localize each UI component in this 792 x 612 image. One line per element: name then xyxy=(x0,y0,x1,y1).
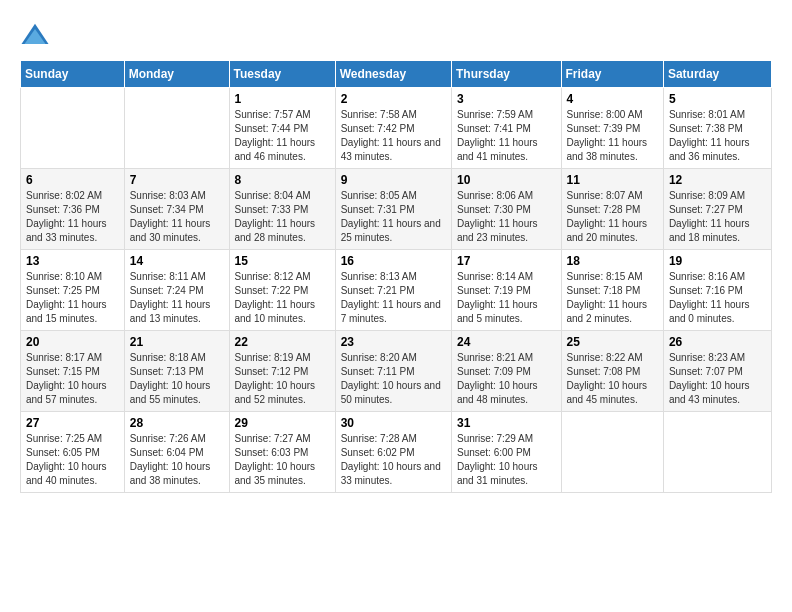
day-number: 21 xyxy=(130,335,224,349)
calendar-cell: 22 Sunrise: 8:19 AMSunset: 7:12 PMDaylig… xyxy=(229,331,335,412)
day-number: 26 xyxy=(669,335,766,349)
calendar-cell: 18 Sunrise: 8:15 AMSunset: 7:18 PMDaylig… xyxy=(561,250,663,331)
calendar-cell: 28 Sunrise: 7:26 AMSunset: 6:04 PMDaylig… xyxy=(124,412,229,493)
calendar-cell: 17 Sunrise: 8:14 AMSunset: 7:19 PMDaylig… xyxy=(451,250,561,331)
calendar-cell: 11 Sunrise: 8:07 AMSunset: 7:28 PMDaylig… xyxy=(561,169,663,250)
day-number: 29 xyxy=(235,416,330,430)
day-number: 15 xyxy=(235,254,330,268)
calendar-cell: 1 Sunrise: 7:57 AMSunset: 7:44 PMDayligh… xyxy=(229,88,335,169)
day-info: Sunrise: 7:29 AMSunset: 6:00 PMDaylight:… xyxy=(457,432,556,488)
calendar-cell: 2 Sunrise: 7:58 AMSunset: 7:42 PMDayligh… xyxy=(335,88,451,169)
calendar-cell: 25 Sunrise: 8:22 AMSunset: 7:08 PMDaylig… xyxy=(561,331,663,412)
day-number: 11 xyxy=(567,173,658,187)
day-number: 24 xyxy=(457,335,556,349)
calendar-week-row: 13 Sunrise: 8:10 AMSunset: 7:25 PMDaylig… xyxy=(21,250,772,331)
day-number: 23 xyxy=(341,335,446,349)
day-info: Sunrise: 8:05 AMSunset: 7:31 PMDaylight:… xyxy=(341,189,446,245)
day-number: 12 xyxy=(669,173,766,187)
day-number: 30 xyxy=(341,416,446,430)
day-number: 25 xyxy=(567,335,658,349)
day-info: Sunrise: 8:13 AMSunset: 7:21 PMDaylight:… xyxy=(341,270,446,326)
day-info: Sunrise: 8:19 AMSunset: 7:12 PMDaylight:… xyxy=(235,351,330,407)
day-info: Sunrise: 8:14 AMSunset: 7:19 PMDaylight:… xyxy=(457,270,556,326)
day-number: 5 xyxy=(669,92,766,106)
day-number: 8 xyxy=(235,173,330,187)
day-number: 17 xyxy=(457,254,556,268)
calendar-week-row: 1 Sunrise: 7:57 AMSunset: 7:44 PMDayligh… xyxy=(21,88,772,169)
day-number: 22 xyxy=(235,335,330,349)
calendar-cell: 31 Sunrise: 7:29 AMSunset: 6:00 PMDaylig… xyxy=(451,412,561,493)
day-info: Sunrise: 7:58 AMSunset: 7:42 PMDaylight:… xyxy=(341,108,446,164)
calendar-cell xyxy=(21,88,125,169)
day-info: Sunrise: 8:16 AMSunset: 7:16 PMDaylight:… xyxy=(669,270,766,326)
calendar-cell: 10 Sunrise: 8:06 AMSunset: 7:30 PMDaylig… xyxy=(451,169,561,250)
day-number: 9 xyxy=(341,173,446,187)
day-number: 27 xyxy=(26,416,119,430)
day-info: Sunrise: 8:04 AMSunset: 7:33 PMDaylight:… xyxy=(235,189,330,245)
weekday-header: Monday xyxy=(124,61,229,88)
page-header xyxy=(20,20,772,50)
day-number: 1 xyxy=(235,92,330,106)
day-number: 4 xyxy=(567,92,658,106)
logo-icon xyxy=(20,20,50,50)
day-number: 20 xyxy=(26,335,119,349)
day-info: Sunrise: 8:21 AMSunset: 7:09 PMDaylight:… xyxy=(457,351,556,407)
day-number: 7 xyxy=(130,173,224,187)
calendar-cell xyxy=(124,88,229,169)
day-number: 19 xyxy=(669,254,766,268)
calendar-cell: 4 Sunrise: 8:00 AMSunset: 7:39 PMDayligh… xyxy=(561,88,663,169)
calendar-table: SundayMondayTuesdayWednesdayThursdayFrid… xyxy=(20,60,772,493)
day-info: Sunrise: 8:03 AMSunset: 7:34 PMDaylight:… xyxy=(130,189,224,245)
weekday-header: Tuesday xyxy=(229,61,335,88)
weekday-header: Sunday xyxy=(21,61,125,88)
weekday-header: Wednesday xyxy=(335,61,451,88)
day-info: Sunrise: 8:18 AMSunset: 7:13 PMDaylight:… xyxy=(130,351,224,407)
day-number: 10 xyxy=(457,173,556,187)
day-info: Sunrise: 8:09 AMSunset: 7:27 PMDaylight:… xyxy=(669,189,766,245)
calendar-cell: 7 Sunrise: 8:03 AMSunset: 7:34 PMDayligh… xyxy=(124,169,229,250)
calendar-cell: 14 Sunrise: 8:11 AMSunset: 7:24 PMDaylig… xyxy=(124,250,229,331)
day-number: 14 xyxy=(130,254,224,268)
calendar-week-row: 6 Sunrise: 8:02 AMSunset: 7:36 PMDayligh… xyxy=(21,169,772,250)
calendar-cell xyxy=(561,412,663,493)
day-info: Sunrise: 8:02 AMSunset: 7:36 PMDaylight:… xyxy=(26,189,119,245)
calendar-cell: 9 Sunrise: 8:05 AMSunset: 7:31 PMDayligh… xyxy=(335,169,451,250)
day-info: Sunrise: 7:27 AMSunset: 6:03 PMDaylight:… xyxy=(235,432,330,488)
calendar-cell: 12 Sunrise: 8:09 AMSunset: 7:27 PMDaylig… xyxy=(663,169,771,250)
day-info: Sunrise: 7:25 AMSunset: 6:05 PMDaylight:… xyxy=(26,432,119,488)
calendar-cell: 23 Sunrise: 8:20 AMSunset: 7:11 PMDaylig… xyxy=(335,331,451,412)
day-info: Sunrise: 8:06 AMSunset: 7:30 PMDaylight:… xyxy=(457,189,556,245)
day-info: Sunrise: 7:59 AMSunset: 7:41 PMDaylight:… xyxy=(457,108,556,164)
day-info: Sunrise: 7:26 AMSunset: 6:04 PMDaylight:… xyxy=(130,432,224,488)
weekday-header: Thursday xyxy=(451,61,561,88)
day-info: Sunrise: 8:20 AMSunset: 7:11 PMDaylight:… xyxy=(341,351,446,407)
day-info: Sunrise: 8:22 AMSunset: 7:08 PMDaylight:… xyxy=(567,351,658,407)
calendar-cell: 16 Sunrise: 8:13 AMSunset: 7:21 PMDaylig… xyxy=(335,250,451,331)
day-number: 28 xyxy=(130,416,224,430)
day-number: 3 xyxy=(457,92,556,106)
calendar-cell: 29 Sunrise: 7:27 AMSunset: 6:03 PMDaylig… xyxy=(229,412,335,493)
day-info: Sunrise: 7:57 AMSunset: 7:44 PMDaylight:… xyxy=(235,108,330,164)
calendar-week-row: 27 Sunrise: 7:25 AMSunset: 6:05 PMDaylig… xyxy=(21,412,772,493)
day-info: Sunrise: 8:10 AMSunset: 7:25 PMDaylight:… xyxy=(26,270,119,326)
logo xyxy=(20,20,54,50)
calendar-cell: 5 Sunrise: 8:01 AMSunset: 7:38 PMDayligh… xyxy=(663,88,771,169)
calendar-cell: 8 Sunrise: 8:04 AMSunset: 7:33 PMDayligh… xyxy=(229,169,335,250)
calendar-week-row: 20 Sunrise: 8:17 AMSunset: 7:15 PMDaylig… xyxy=(21,331,772,412)
day-info: Sunrise: 8:15 AMSunset: 7:18 PMDaylight:… xyxy=(567,270,658,326)
calendar-cell: 27 Sunrise: 7:25 AMSunset: 6:05 PMDaylig… xyxy=(21,412,125,493)
calendar-cell: 24 Sunrise: 8:21 AMSunset: 7:09 PMDaylig… xyxy=(451,331,561,412)
day-number: 2 xyxy=(341,92,446,106)
day-info: Sunrise: 8:00 AMSunset: 7:39 PMDaylight:… xyxy=(567,108,658,164)
calendar-cell: 30 Sunrise: 7:28 AMSunset: 6:02 PMDaylig… xyxy=(335,412,451,493)
calendar-cell: 20 Sunrise: 8:17 AMSunset: 7:15 PMDaylig… xyxy=(21,331,125,412)
day-info: Sunrise: 8:07 AMSunset: 7:28 PMDaylight:… xyxy=(567,189,658,245)
day-number: 6 xyxy=(26,173,119,187)
day-number: 18 xyxy=(567,254,658,268)
calendar-cell: 26 Sunrise: 8:23 AMSunset: 7:07 PMDaylig… xyxy=(663,331,771,412)
day-info: Sunrise: 7:28 AMSunset: 6:02 PMDaylight:… xyxy=(341,432,446,488)
weekday-header: Saturday xyxy=(663,61,771,88)
day-info: Sunrise: 8:11 AMSunset: 7:24 PMDaylight:… xyxy=(130,270,224,326)
day-number: 13 xyxy=(26,254,119,268)
day-info: Sunrise: 8:12 AMSunset: 7:22 PMDaylight:… xyxy=(235,270,330,326)
